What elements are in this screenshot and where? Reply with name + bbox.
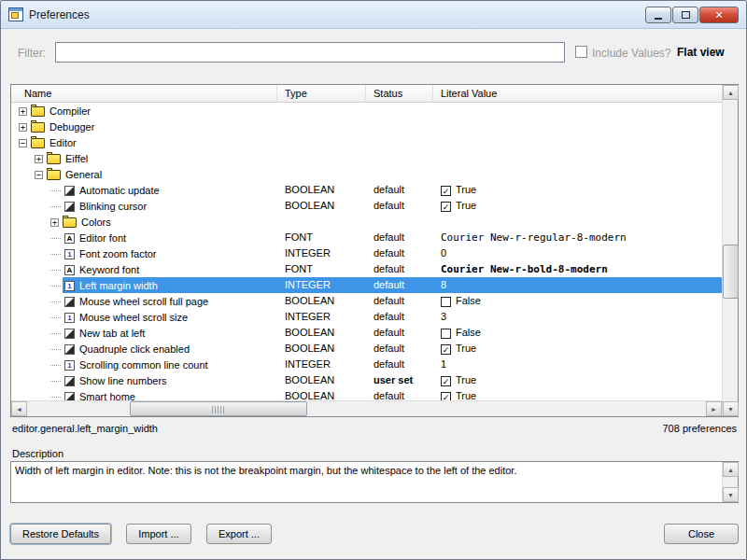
flat-view-button[interactable]: Flat view	[677, 46, 725, 59]
preference-value: ✓True	[433, 372, 722, 388]
value-text: Courier New-r-regular-8-modern	[441, 231, 627, 244]
name-cell: Show line numbers	[11, 372, 275, 388]
close-button[interactable]: ✕	[699, 7, 739, 23]
tree-row[interactable]: +Compiler	[11, 103, 722, 119]
column-header-status[interactable]: Status	[366, 85, 433, 103]
preference-type	[277, 119, 364, 134]
tree-row[interactable]: 1Font zoom factorINTEGERdefault0	[11, 245, 722, 261]
name-cell: Quadruple click enabled	[11, 341, 275, 357]
preference-type: BOOLEAN	[277, 293, 364, 309]
horizontal-scroll-thumb[interactable]	[130, 401, 307, 416]
preference-status: default	[366, 309, 431, 325]
name-cell: 1Scrolling common line count	[11, 357, 275, 372]
horizontal-scroll-track[interactable]	[27, 401, 706, 416]
scroll-down-arrow-icon[interactable]: ▼	[723, 401, 739, 416]
preference-status: default	[366, 245, 431, 261]
tree-row[interactable]: AKeyword fontFONTdefaultCourier New-r-bo…	[11, 261, 722, 277]
preference-name: Font zoom factor	[79, 248, 157, 259]
description-scroll-up-icon[interactable]: ▲	[723, 462, 739, 477]
description-scrollbar[interactable]: ▲ ▼	[722, 462, 738, 502]
tree-row[interactable]: −Editor	[11, 134, 722, 150]
value-checkbox[interactable]	[441, 297, 451, 307]
tree-row[interactable]: 1Left margin widthINTEGERdefault8	[11, 277, 722, 293]
scroll-up-arrow-icon[interactable]: ▲	[723, 85, 739, 100]
preferences-count: 708 preferences	[663, 423, 738, 438]
preference-value: Courier New-r-bold-8-modern	[433, 261, 722, 277]
tree-row[interactable]: +Eiffel	[11, 150, 722, 166]
description-label: Description	[12, 448, 63, 459]
tree-row[interactable]: Blinking cursorBOOLEANdefault✓True	[11, 198, 722, 214]
scroll-right-arrow-icon[interactable]: ►	[706, 401, 722, 416]
preference-name: Eiffel	[65, 153, 88, 164]
tree-row[interactable]: AEditor fontFONTdefaultCourier New-r-reg…	[11, 230, 722, 245]
maximize-button[interactable]	[672, 7, 698, 23]
column-header-name[interactable]: Name	[11, 85, 277, 103]
minimize-button[interactable]	[645, 7, 671, 23]
collapse-icon[interactable]: −	[19, 139, 27, 147]
tree-line	[50, 397, 61, 398]
tree-row[interactable]: Smart homeBOOLEANdefault✓True	[11, 388, 722, 400]
name-cell: New tab at left	[11, 325, 275, 341]
close-dialog-button[interactable]: Close	[664, 524, 739, 544]
preferences-tree: Name Type Status Literal Value +Compiler…	[10, 84, 739, 417]
preference-name: Editor font	[79, 232, 126, 244]
value-text: 1	[441, 358, 446, 370]
description-box: Width of left margin in editor. Note: th…	[10, 461, 739, 503]
description-scroll-down-icon[interactable]: ▼	[723, 487, 739, 502]
collapse-icon[interactable]: −	[35, 171, 43, 179]
folder-icon	[31, 138, 45, 148]
filter-input[interactable]	[55, 42, 565, 63]
column-header-type[interactable]: Type	[277, 85, 366, 103]
expand-icon[interactable]: +	[19, 107, 27, 116]
filter-label: Filter:	[18, 47, 46, 60]
horizontal-scrollbar[interactable]: ◄ ►	[11, 400, 722, 416]
vertical-scrollbar[interactable]: ▲ ▼	[722, 85, 738, 416]
value-label: True	[456, 343, 476, 354]
tree-line	[50, 365, 61, 366]
value-label: False	[456, 327, 481, 338]
expand-icon[interactable]: +	[50, 218, 59, 227]
tree-row[interactable]: Automatic updateBOOLEANdefault✓True	[11, 182, 722, 198]
value-checkbox[interactable]: ✓	[441, 392, 451, 400]
value-checkbox[interactable]	[441, 329, 451, 339]
vertical-scroll-track[interactable]	[723, 100, 738, 401]
export-button[interactable]: Export ...	[206, 524, 272, 544]
preference-value: False	[433, 325, 722, 341]
import-button[interactable]: Import ...	[126, 524, 191, 544]
folder-icon	[63, 217, 77, 228]
preferences-window: Preferences ✕ Filter: Include Values? Fl…	[0, 0, 747, 560]
expand-icon[interactable]: +	[19, 123, 27, 132]
value-checkbox[interactable]: ✓	[441, 376, 451, 386]
vertical-scroll-thumb[interactable]	[723, 245, 739, 299]
value-checkbox[interactable]: ✓	[441, 186, 451, 196]
preference-type	[277, 103, 364, 119]
window-icon	[8, 7, 23, 21]
expand-icon[interactable]: +	[35, 155, 43, 163]
maximize-icon	[682, 11, 690, 19]
tree-row[interactable]: Quadruple click enabledBOOLEANdefault✓Tr…	[11, 341, 722, 357]
tree-row[interactable]: +Debugger	[11, 119, 722, 134]
value-checkbox[interactable]: ✓	[441, 202, 451, 212]
tree-line	[50, 333, 61, 334]
status-bar: editor.general.left_margin_width 708 pre…	[12, 423, 737, 438]
scroll-left-arrow-icon[interactable]: ◄	[11, 401, 27, 416]
tree-row[interactable]: −General	[11, 166, 722, 182]
tree-row[interactable]: Mouse wheel scroll full pageBOOLEANdefau…	[11, 293, 722, 309]
column-header-literal-value[interactable]: Literal Value	[433, 85, 722, 103]
preference-status: default	[366, 198, 431, 214]
preference-value	[433, 103, 722, 119]
tree-row[interactable]: +Colors	[11, 214, 722, 230]
value-checkbox[interactable]: ✓	[441, 344, 451, 355]
titlebar: Preferences ✕	[1, 1, 746, 29]
tree-row[interactable]: Show line numbersBOOLEANuser set✓True	[11, 372, 722, 388]
restore-defaults-button[interactable]: Restore Defaults	[10, 524, 111, 544]
name-cell: Mouse wheel scroll full page	[11, 293, 275, 309]
preference-name: Colors	[81, 217, 111, 228]
include-values-checkbox[interactable]	[575, 46, 587, 58]
tree-row[interactable]: 1Mouse wheel scroll sizeINTEGERdefault3	[11, 309, 722, 325]
tree-row[interactable]: 1Scrolling common line countINTEGERdefau…	[11, 357, 722, 372]
preference-type: INTEGER	[277, 245, 364, 261]
tree-row[interactable]: New tab at leftBOOLEANdefaultFalse	[11, 325, 722, 341]
tree-header: Name Type Status Literal Value	[11, 85, 722, 103]
preference-value: ✓True	[433, 341, 722, 357]
